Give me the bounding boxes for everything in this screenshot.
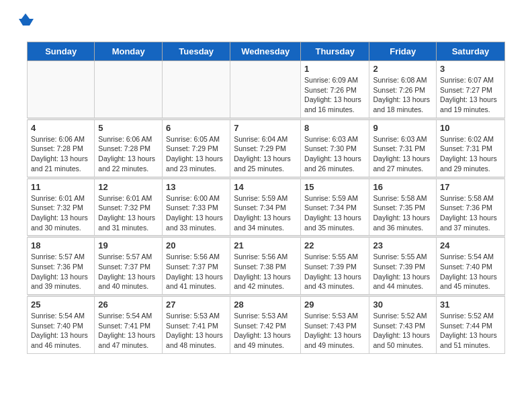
table-row: 8Sunrise: 6:03 AM Sunset: 7:30 PM Daylig…: [301, 120, 369, 177]
cell-info: Sunrise: 5:53 AM Sunset: 7:42 PM Dayligh…: [234, 311, 297, 351]
table-row: [230, 61, 301, 118]
table-row: 10Sunrise: 6:02 AM Sunset: 7:31 PM Dayli…: [437, 120, 505, 177]
day-number: 8: [304, 123, 365, 133]
table-row: 15Sunrise: 5:59 AM Sunset: 7:34 PM Dayli…: [301, 179, 369, 236]
logo: [17, 13, 34, 35]
cell-info: Sunrise: 6:05 AM Sunset: 7:29 PM Dayligh…: [166, 134, 226, 174]
table-row: 16Sunrise: 5:58 AM Sunset: 7:35 PM Dayli…: [369, 179, 437, 236]
cell-info: Sunrise: 6:00 AM Sunset: 7:33 PM Dayligh…: [166, 193, 226, 233]
table-row: [28, 61, 95, 118]
day-number: 25: [31, 300, 91, 310]
column-header-thursday: Thursday: [301, 42, 369, 61]
svg-marker-0: [19, 13, 34, 26]
day-number: 21: [234, 240, 297, 250]
day-number: 3: [440, 64, 501, 74]
column-header-monday: Monday: [95, 42, 163, 61]
table-row: 31Sunrise: 5:52 AM Sunset: 7:44 PM Dayli…: [437, 297, 505, 354]
table-row: 7Sunrise: 6:04 AM Sunset: 7:29 PM Daylig…: [230, 120, 301, 177]
day-number: 31: [440, 300, 501, 310]
day-number: 24: [440, 240, 501, 250]
calendar-week-row: 4Sunrise: 6:06 AM Sunset: 7:28 PM Daylig…: [28, 120, 505, 177]
day-number: 2: [373, 64, 433, 74]
column-header-sunday: Sunday: [28, 42, 95, 61]
day-number: 26: [98, 300, 159, 310]
cell-info: Sunrise: 6:02 AM Sunset: 7:31 PM Dayligh…: [440, 134, 501, 174]
table-row: 11Sunrise: 6:01 AM Sunset: 7:32 PM Dayli…: [28, 179, 95, 236]
table-row: 17Sunrise: 5:58 AM Sunset: 7:36 PM Dayli…: [437, 179, 505, 236]
table-row: 2Sunrise: 6:08 AM Sunset: 7:26 PM Daylig…: [369, 61, 437, 118]
cell-info: Sunrise: 6:03 AM Sunset: 7:31 PM Dayligh…: [373, 134, 433, 174]
table-row: [95, 61, 163, 118]
day-number: 4: [31, 123, 91, 133]
cell-info: Sunrise: 6:08 AM Sunset: 7:26 PM Dayligh…: [373, 75, 433, 115]
cell-info: Sunrise: 5:59 AM Sunset: 7:34 PM Dayligh…: [304, 193, 365, 233]
cell-info: Sunrise: 6:01 AM Sunset: 7:32 PM Dayligh…: [31, 193, 91, 233]
table-row: 29Sunrise: 5:53 AM Sunset: 7:43 PM Dayli…: [301, 297, 369, 354]
cell-info: Sunrise: 5:56 AM Sunset: 7:37 PM Dayligh…: [166, 252, 226, 291]
cell-info: Sunrise: 5:54 AM Sunset: 7:40 PM Dayligh…: [31, 311, 91, 351]
logo-icon: [19, 13, 34, 28]
table-row: 13Sunrise: 6:00 AM Sunset: 7:33 PM Dayli…: [163, 179, 230, 236]
cell-info: Sunrise: 5:58 AM Sunset: 7:35 PM Dayligh…: [373, 193, 433, 233]
page-header: [7, 7, 525, 38]
day-number: 9: [373, 123, 433, 133]
day-number: 23: [373, 240, 433, 250]
day-number: 5: [98, 123, 159, 133]
table-row: 18Sunrise: 5:57 AM Sunset: 7:36 PM Dayli…: [28, 238, 95, 295]
table-row: 1Sunrise: 6:09 AM Sunset: 7:26 PM Daylig…: [301, 61, 369, 118]
cell-info: Sunrise: 5:54 AM Sunset: 7:41 PM Dayligh…: [98, 311, 159, 351]
column-header-wednesday: Wednesday: [230, 42, 301, 61]
day-number: 6: [166, 123, 226, 133]
cell-info: Sunrise: 5:52 AM Sunset: 7:44 PM Dayligh…: [440, 311, 501, 351]
cell-info: Sunrise: 5:59 AM Sunset: 7:34 PM Dayligh…: [234, 193, 297, 233]
cell-info: Sunrise: 6:01 AM Sunset: 7:32 PM Dayligh…: [98, 193, 159, 233]
day-number: 12: [98, 182, 159, 192]
calendar-table: SundayMondayTuesdayWednesdayThursdayFrid…: [27, 42, 505, 354]
table-row: 28Sunrise: 5:53 AM Sunset: 7:42 PM Dayli…: [230, 297, 301, 354]
cell-info: Sunrise: 5:58 AM Sunset: 7:36 PM Dayligh…: [440, 193, 501, 233]
table-row: 24Sunrise: 5:54 AM Sunset: 7:40 PM Dayli…: [437, 238, 505, 295]
table-row: 14Sunrise: 5:59 AM Sunset: 7:34 PM Dayli…: [230, 179, 301, 236]
cell-info: Sunrise: 5:56 AM Sunset: 7:38 PM Dayligh…: [234, 252, 297, 291]
day-number: 11: [31, 182, 91, 192]
table-row: 6Sunrise: 6:05 AM Sunset: 7:29 PM Daylig…: [163, 120, 230, 177]
day-number: 13: [166, 182, 226, 192]
day-number: 22: [304, 240, 365, 250]
day-number: 27: [166, 300, 226, 310]
table-row: 23Sunrise: 5:55 AM Sunset: 7:39 PM Dayli…: [369, 238, 437, 295]
calendar-header-row: SundayMondayTuesdayWednesdayThursdayFrid…: [28, 42, 505, 61]
calendar-week-row: 25Sunrise: 5:54 AM Sunset: 7:40 PM Dayli…: [28, 297, 505, 354]
table-row: 19Sunrise: 5:57 AM Sunset: 7:37 PM Dayli…: [95, 238, 163, 295]
cell-info: Sunrise: 6:07 AM Sunset: 7:27 PM Dayligh…: [440, 75, 501, 115]
day-number: 15: [304, 182, 365, 192]
table-row: 27Sunrise: 5:53 AM Sunset: 7:41 PM Dayli…: [163, 297, 230, 354]
calendar-week-row: 11Sunrise: 6:01 AM Sunset: 7:32 PM Dayli…: [28, 179, 505, 236]
cell-info: Sunrise: 5:55 AM Sunset: 7:39 PM Dayligh…: [304, 252, 365, 291]
day-number: 14: [234, 182, 297, 192]
cell-info: Sunrise: 5:53 AM Sunset: 7:41 PM Dayligh…: [166, 311, 226, 351]
day-number: 7: [234, 123, 297, 133]
day-number: 30: [373, 300, 433, 310]
cell-info: Sunrise: 5:53 AM Sunset: 7:43 PM Dayligh…: [304, 311, 365, 351]
table-row: 9Sunrise: 6:03 AM Sunset: 7:31 PM Daylig…: [369, 120, 437, 177]
calendar-wrapper: SundayMondayTuesdayWednesdayThursdayFrid…: [7, 42, 525, 354]
table-row: [163, 61, 230, 118]
table-row: 20Sunrise: 5:56 AM Sunset: 7:37 PM Dayli…: [163, 238, 230, 295]
column-header-friday: Friday: [369, 42, 437, 61]
cell-info: Sunrise: 6:06 AM Sunset: 7:28 PM Dayligh…: [98, 134, 159, 174]
table-row: 5Sunrise: 6:06 AM Sunset: 7:28 PM Daylig…: [95, 120, 163, 177]
table-row: 22Sunrise: 5:55 AM Sunset: 7:39 PM Dayli…: [301, 238, 369, 295]
cell-info: Sunrise: 6:09 AM Sunset: 7:26 PM Dayligh…: [304, 75, 365, 115]
table-row: 21Sunrise: 5:56 AM Sunset: 7:38 PM Dayli…: [230, 238, 301, 295]
day-number: 17: [440, 182, 501, 192]
table-row: 25Sunrise: 5:54 AM Sunset: 7:40 PM Dayli…: [28, 297, 95, 354]
day-number: 18: [31, 240, 91, 250]
cell-info: Sunrise: 5:57 AM Sunset: 7:37 PM Dayligh…: [98, 252, 159, 291]
column-header-tuesday: Tuesday: [163, 42, 230, 61]
table-row: 3Sunrise: 6:07 AM Sunset: 7:27 PM Daylig…: [437, 61, 505, 118]
day-number: 20: [166, 240, 226, 250]
cell-info: Sunrise: 5:57 AM Sunset: 7:36 PM Dayligh…: [31, 252, 91, 291]
table-row: 12Sunrise: 6:01 AM Sunset: 7:32 PM Dayli…: [95, 179, 163, 236]
day-number: 16: [373, 182, 433, 192]
column-header-saturday: Saturday: [437, 42, 505, 61]
